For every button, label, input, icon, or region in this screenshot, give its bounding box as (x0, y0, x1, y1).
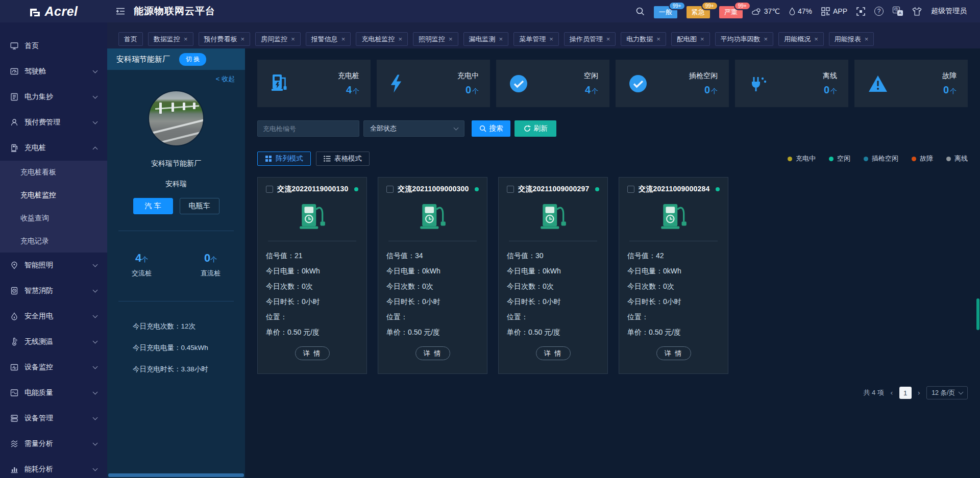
horizontal-scrollbar[interactable] (108, 473, 244, 477)
page-tab[interactable]: 首页 × (118, 32, 143, 46)
search-icon[interactable] (635, 7, 645, 16)
pile-checkbox[interactable] (386, 186, 394, 193)
sidebar-item-cockpit[interactable]: 驾驶舱 (0, 59, 107, 84)
pile-unit-price: 单价：0.50 元/度 (507, 324, 599, 340)
status-select[interactable]: 全部状态 (363, 120, 464, 137)
car-tab[interactable]: 汽 车 (133, 198, 173, 214)
sidebar-subitem-charge-records[interactable]: 充电记录 (0, 230, 107, 253)
tab-close-icon[interactable]: × (656, 36, 660, 42)
tab-close-icon[interactable]: × (549, 36, 553, 42)
pile-checkbox[interactable] (627, 186, 634, 193)
help-icon[interactable]: ? (874, 7, 884, 16)
page-tab[interactable]: 菜单管理 × (513, 32, 559, 46)
sidebar-item-smart-fire[interactable]: 智慧消防 (0, 278, 107, 304)
sidebar-item-meter-reading[interactable]: 电力集抄 (0, 84, 107, 110)
switch-station-button[interactable]: 切 换 (179, 53, 206, 66)
alarm-badge-general[interactable]: 一般 99+ (654, 6, 677, 18)
table-mode-button[interactable]: 表格模式 (316, 152, 370, 166)
pile-name: 交流20220119000130 (277, 185, 348, 194)
sidebar-subitem-pile-monitor[interactable]: 充电桩监控 (0, 184, 107, 207)
page-tab[interactable]: 电力数据 × (621, 32, 666, 46)
sidebar-item-home[interactable]: 首页 (0, 33, 107, 59)
detail-button[interactable]: 详 情 (415, 346, 450, 360)
page-tab[interactable]: 漏电监测 × (463, 32, 509, 46)
ebike-tab[interactable]: 电瓶车 (180, 198, 219, 214)
summary-label: 插枪空闲 (689, 71, 718, 81)
detail-button[interactable]: 详 情 (536, 346, 571, 360)
sidebar-item-wireless-temp[interactable]: 无线测温 (0, 329, 107, 355)
status-legend: 充电中 空闲 插枪空闲 (788, 154, 968, 163)
detail-button[interactable]: 详 情 (295, 346, 330, 360)
page-tab[interactable]: 操作员管理 × (564, 32, 616, 46)
sidebar-item-label: 驾驶舱 (24, 67, 46, 76)
sidebar-item-smart-lighting[interactable]: 智能照明 (0, 253, 107, 278)
theme-shirt-icon[interactable] (912, 7, 922, 16)
locale-icon[interactable]: 中A (893, 7, 903, 16)
sidebar-item-electrical-safety[interactable]: 安全用电 (0, 304, 107, 329)
tab-close-icon[interactable]: × (764, 36, 768, 42)
tab-close-icon[interactable]: × (398, 36, 402, 42)
sidebar-item-device-manage[interactable]: 设备管理 (0, 406, 107, 431)
next-page-icon[interactable]: › (917, 389, 922, 397)
page-tab[interactable]: 照明监控 × (413, 32, 458, 46)
vertical-scrollbar[interactable] (976, 298, 979, 330)
tab-close-icon[interactable]: × (241, 36, 245, 42)
page-size-select[interactable]: 12 条/页 (926, 386, 968, 399)
page-tab[interactable]: 平均功率因数 × (715, 32, 774, 46)
sidebar-item-energy-analysis[interactable]: 能耗分析 (0, 457, 107, 478)
chevron-down-icon (93, 390, 98, 395)
page-tab[interactable]: 用能概况 × (778, 32, 824, 46)
sidebar-subitem-pile-board[interactable]: 充电桩看板 (0, 161, 107, 184)
sidebar-subitem-revenue-query[interactable]: 收益查询 (0, 207, 107, 230)
page-tab[interactable]: 预付费看板 × (199, 32, 251, 46)
tab-close-icon[interactable]: × (184, 36, 188, 42)
search-button[interactable]: 搜索 (472, 120, 510, 137)
tab-close-icon[interactable]: × (606, 36, 610, 42)
pile-checkbox[interactable] (507, 186, 514, 193)
divider (118, 301, 234, 301)
body-row: 首页 驾驶舱 电力集抄 预付费管理 充电桩 (0, 22, 980, 478)
top-header: Acrel 能源物联网云平台 一般 99+ 紧急 99+ 严重 99+ (0, 0, 980, 22)
summary-card-fault: 故障 0个 (854, 60, 968, 107)
pile-checkbox[interactable] (266, 186, 273, 193)
chevron-down-icon (93, 339, 98, 344)
tab-close-icon[interactable]: × (499, 36, 503, 42)
legend-dot (829, 157, 834, 161)
page-tab[interactable]: 报警信息 × (306, 32, 351, 46)
menu-collapse-icon[interactable] (115, 7, 126, 15)
sidebar-item-charging-pile[interactable]: 充电桩 (0, 135, 107, 161)
grid-mode-button[interactable]: 阵列模式 (257, 152, 311, 166)
page-tab[interactable]: 充电桩监控 × (356, 32, 408, 46)
sidebar-item-prepay[interactable]: 预付费管理 (0, 110, 107, 135)
app-qr[interactable]: APP (821, 7, 847, 16)
sidebar-item-power-quality[interactable]: 电能质量 (0, 380, 107, 406)
tab-close-icon[interactable]: × (291, 36, 295, 42)
view-mode-row: 阵列模式 表格模式 充电中 (257, 152, 968, 166)
gun-number-input[interactable] (257, 120, 359, 137)
page-tab[interactable]: 数据监控 × (148, 32, 193, 46)
sidebar-item-demand-analysis[interactable]: 需量分析 (0, 431, 107, 457)
collapse-panel-link[interactable]: < 收起 (107, 70, 245, 84)
tab-close-icon[interactable]: × (700, 36, 704, 42)
power-quality-icon (10, 389, 19, 397)
tab-label: 房间监控 (261, 35, 287, 44)
tab-close-icon[interactable]: × (341, 36, 346, 42)
prev-page-icon[interactable]: ‹ (889, 389, 894, 397)
sidebar-item-device-monitor[interactable]: 设备监控 (0, 355, 107, 380)
tab-close-icon[interactable]: × (865, 36, 869, 42)
vehicle-type-toggle: 汽 车 电瓶车 (107, 198, 245, 214)
page-tab[interactable]: 用能报表 × (829, 32, 874, 46)
summary-card-gun-idle: 插枪空闲 0个 (616, 60, 729, 107)
user-menu[interactable]: 超级管理员 (931, 7, 967, 16)
alarm-badge-urgent[interactable]: 紧急 99+ (687, 6, 710, 18)
page-tab[interactable]: 房间监控 × (255, 32, 301, 46)
alarm-badge-severe[interactable]: 严重 99+ (719, 6, 743, 18)
fullscreen-icon[interactable] (856, 7, 865, 16)
refresh-button[interactable]: 刷新 (514, 120, 556, 137)
tab-close-icon[interactable]: × (814, 36, 818, 42)
content-row: 安科瑞节能新厂 切 换 < 收起 安科瑞节能新厂 安科瑞 汽 车 电瓶车 (107, 48, 980, 478)
detail-button[interactable]: 详 情 (656, 346, 691, 360)
current-page[interactable]: 1 (899, 387, 912, 399)
tab-close-icon[interactable]: × (449, 36, 453, 42)
page-tab[interactable]: 配电图 × (671, 32, 710, 46)
